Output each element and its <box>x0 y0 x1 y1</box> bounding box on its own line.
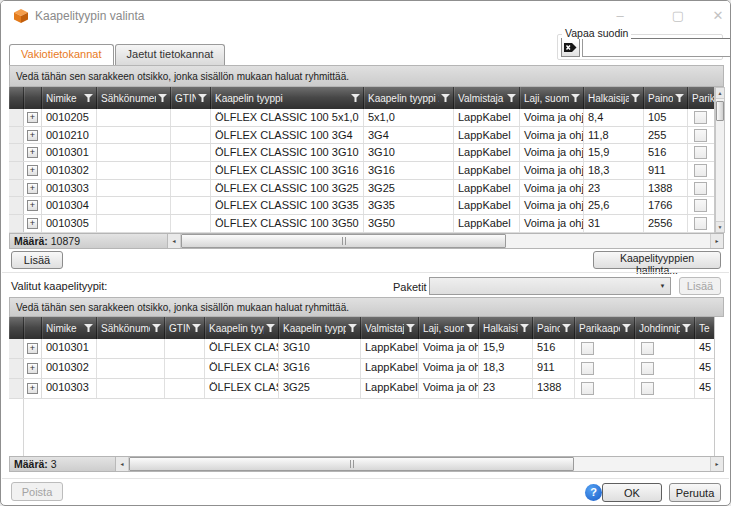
grid-cell[interactable]: LappKabel <box>361 339 419 358</box>
checkbox[interactable] <box>581 342 594 355</box>
grid-cell[interactable]: LappKabel <box>454 144 520 161</box>
filter-icon[interactable] <box>348 324 357 332</box>
grid-cell[interactable]: 3G10 <box>279 339 361 358</box>
grid-cell[interactable]: ÖLFLEX CLASSIC 100 3G35 <box>211 197 364 214</box>
expand-button[interactable]: + <box>27 130 38 141</box>
grid-cell[interactable]: 18,3 <box>479 359 533 378</box>
filter-icon[interactable] <box>351 94 360 102</box>
vertical-scrollbar-thumb[interactable] <box>716 101 724 121</box>
row-selector-cell[interactable] <box>9 162 24 179</box>
filter-icon[interactable] <box>198 94 207 102</box>
grid-cell[interactable]: 0010303 <box>42 180 97 197</box>
grid-cell[interactable]: 18,3 <box>584 162 644 179</box>
table-row[interactable]: +0010303ÖLFLEX CLASSIC 103G25LappKabelVo… <box>9 379 714 399</box>
column-header[interactable]: Halkaisija <box>584 87 644 109</box>
grid-cell[interactable] <box>171 144 211 161</box>
ok-button[interactable]: OK <box>602 483 662 502</box>
row-selector-cell[interactable] <box>9 359 24 378</box>
grid-cell[interactable] <box>97 180 171 197</box>
grid-cell[interactable] <box>97 339 165 358</box>
column-header[interactable]: GTIN <box>165 317 205 339</box>
grid-cell[interactable]: 1388 <box>533 379 575 398</box>
checkbox[interactable] <box>581 362 594 375</box>
grid-cell[interactable]: 3G25 <box>279 379 361 398</box>
checkbox[interactable] <box>694 217 707 230</box>
horizontal-scrollbar[interactable]: ◄ ► <box>115 457 723 471</box>
grid-cell[interactable]: 0010301 <box>42 339 97 358</box>
grid-cell[interactable]: 3G50 <box>364 215 454 232</box>
column-header[interactable]: Valmistaja <box>454 87 520 109</box>
grid-cell[interactable] <box>171 180 211 197</box>
cancel-button[interactable]: Peruuta <box>669 483 721 502</box>
grid-cell[interactable]: 5x1,0 <box>364 109 454 126</box>
grid-cell[interactable]: 31 <box>584 215 644 232</box>
column-header[interactable]: Paino <box>533 317 575 339</box>
table-row[interactable]: +0010301ÖLFLEX CLASSIC 103G10LappKabelVo… <box>9 339 714 359</box>
table-row[interactable]: +0010210ÖLFLEX CLASSIC 100 3G43G4LappKab… <box>9 127 714 145</box>
expand-button[interactable]: + <box>27 200 38 211</box>
filter-icon[interactable] <box>152 324 161 332</box>
table-row[interactable]: +0010301ÖLFLEX CLASSIC 100 3G103G10LappK… <box>9 144 714 162</box>
grid-cell[interactable]: 3G35 <box>364 197 454 214</box>
grid-cell[interactable] <box>575 359 635 378</box>
column-header[interactable]: Sähkönumero <box>97 317 165 339</box>
vertical-scrollbar[interactable]: ▲ ▼ <box>715 87 725 233</box>
grid-cell[interactable]: 0010304 <box>42 197 97 214</box>
grid-cell[interactable] <box>171 197 211 214</box>
column-header[interactable]: Valmistaja <box>361 317 419 339</box>
free-filter-input[interactable] <box>582 38 731 57</box>
row-selector-cell[interactable] <box>9 180 24 197</box>
grid-cell[interactable]: LappKabel <box>361 359 419 378</box>
grid-cell[interactable] <box>635 379 695 398</box>
row-selector-cell[interactable] <box>9 144 24 161</box>
grid-cell[interactable] <box>97 359 165 378</box>
group-by-hint-top[interactable]: Vedä tähän sen sarakkeen otsikko, jonka … <box>9 65 724 87</box>
grid-cell[interactable]: Voima ja ohjau <box>520 180 584 197</box>
scroll-left-icon[interactable]: ◄ <box>116 457 129 471</box>
grid-cell[interactable]: 0010303 <box>42 379 97 398</box>
grid-cell[interactable] <box>688 180 715 197</box>
group-by-hint-bottom[interactable]: Vedä tähän sen sarakkeen otsikko, jonka … <box>9 297 724 317</box>
grid-cell[interactable]: 0010301 <box>42 144 97 161</box>
grid-cell[interactable] <box>635 339 695 358</box>
filter-icon[interactable] <box>406 324 415 332</box>
packages-dropdown[interactable]: ▼ <box>429 277 671 295</box>
grid-cell[interactable]: LappKabel <box>454 109 520 126</box>
minimize-button[interactable]: – <box>607 5 633 27</box>
table-row[interactable]: +0010302ÖLFLEX CLASSIC 100 3G163G16LappK… <box>9 162 714 180</box>
grid-cell[interactable]: 911 <box>644 162 688 179</box>
grid-cell[interactable]: Voima ja ohjau <box>520 109 584 126</box>
column-header[interactable]: Nimike <box>42 317 97 339</box>
filter-icon[interactable] <box>520 324 529 332</box>
row-selector-cell[interactable] <box>9 379 24 398</box>
row-selector-cell[interactable] <box>9 109 24 126</box>
expand-button[interactable]: + <box>27 183 38 194</box>
grid-cell[interactable]: 0010305 <box>42 215 97 232</box>
grid-cell[interactable] <box>171 127 211 144</box>
scroll-right-icon[interactable]: ► <box>710 457 723 471</box>
horizontal-scrollbar[interactable]: ◄ ► <box>167 234 723 248</box>
grid-cell[interactable]: 911 <box>533 359 575 378</box>
grid-cell[interactable]: 0010205 <box>42 109 97 126</box>
grid-cell[interactable] <box>575 379 635 398</box>
scroll-right-icon[interactable]: ► <box>710 234 723 248</box>
grid-cell[interactable]: 0010302 <box>42 359 97 378</box>
filter-icon[interactable] <box>192 324 201 332</box>
grid-cell[interactable]: 23 <box>584 180 644 197</box>
grid-cell[interactable] <box>97 144 171 161</box>
row-selector-cell[interactable] <box>9 197 24 214</box>
filter-icon[interactable] <box>84 94 93 102</box>
column-header[interactable]: Paino <box>644 87 688 109</box>
grid-cell[interactable] <box>171 109 211 126</box>
grid-cell[interactable] <box>688 162 715 179</box>
checkbox[interactable] <box>694 146 707 159</box>
checkbox[interactable] <box>694 164 707 177</box>
help-icon[interactable]: ? <box>585 484 602 501</box>
scroll-down-icon[interactable]: ▼ <box>716 221 724 232</box>
filter-icon[interactable] <box>466 324 475 332</box>
grid-cell[interactable]: ÖLFLEX CLASSIC 10 <box>205 379 279 398</box>
grid-cell[interactable] <box>171 215 211 232</box>
grid-cell[interactable]: ÖLFLEX CLASSIC 100 5x1,0 <box>211 109 364 126</box>
horizontal-scrollbar-thumb[interactable] <box>181 234 506 248</box>
checkbox[interactable] <box>694 129 707 142</box>
